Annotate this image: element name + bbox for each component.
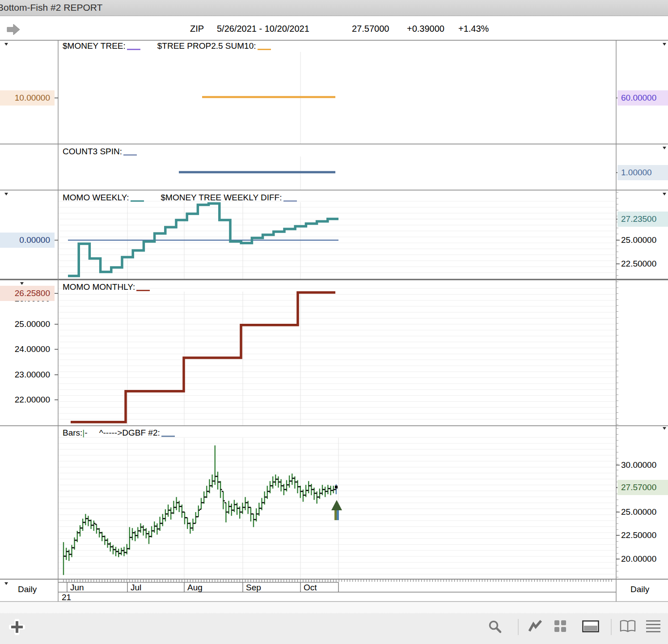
- grid-layout-icon[interactable]: [554, 620, 567, 634]
- dgbf-underscore: [161, 429, 175, 437]
- axis-tick-22-5-bars: 22.50000: [617, 528, 668, 543]
- axis-tick-22-5: 22.50000: [617, 256, 668, 271]
- timeframe-left[interactable]: Daily: [18, 585, 37, 594]
- axis-label-momo-monthly-value: 26.25800: [0, 286, 55, 301]
- quote-last-price: 27.57000: [352, 24, 389, 34]
- bars-label: Bars:: [63, 428, 82, 438]
- indicator-label-momo-monthly: MOMO MONTHLY:: [63, 282, 135, 292]
- indicator-label-count3-spin: COUNT3 SPIN:: [63, 147, 122, 157]
- search-zoom-icon[interactable]: [488, 620, 503, 636]
- indicator-label-momo-weekly: MOMO WEEKLY:: [63, 193, 129, 203]
- pane5-header: Bars: | - ^----->DGBF #2:: [63, 428, 176, 438]
- window-title: Bottom-Fish #2 REPORT: [0, 2, 102, 13]
- axis-label-tree-prop-left: 10.00000: [0, 90, 55, 106]
- axis-tick-23-monthly: 23.00000: [0, 367, 55, 382]
- pane3-left-disclosure-icon[interactable]: [4, 193, 8, 195]
- axis-tick-25: 25.00000: [617, 233, 668, 248]
- indicator-label-dgbf: ^----->DGBF #2:: [99, 428, 160, 438]
- pane3-right-disclosure-icon[interactable]: [663, 193, 666, 195]
- panel-view-icon[interactable]: [582, 620, 599, 634]
- pane2-header: COUNT3 SPIN:: [63, 147, 138, 157]
- pane2-right-disclosure-icon[interactable]: [663, 147, 666, 149]
- axis-tick-22-monthly: 22.00000: [0, 392, 55, 407]
- pane4-left-disclosure-icon[interactable]: [20, 282, 24, 285]
- toolbar-separator: [518, 619, 519, 635]
- weekly-diff-underscore: [283, 194, 297, 202]
- bar-dash: -: [85, 428, 87, 438]
- app-window: Bottom-Fish #2 REPORT ZIP 5/26/2021 - 10…: [0, 0, 668, 644]
- bottom-toolbar: [0, 602, 668, 644]
- menu-icon[interactable]: [646, 620, 661, 634]
- year-label: 21: [62, 593, 71, 602]
- axis-label-weekly-diff-left: 0.00000: [0, 233, 55, 248]
- quote-date-range: 5/26/2021 - 10/20/2021: [217, 24, 309, 34]
- axis-label-money-tree-right: 60.00000: [617, 90, 668, 106]
- quote-percent: +1.43%: [458, 24, 489, 34]
- axis-tick-30: 30.00000: [617, 458, 668, 473]
- money-tree-underscore: [127, 42, 140, 50]
- month-label-jul: Jul: [131, 583, 141, 593]
- axis-label-count3-right: 1.00000: [617, 165, 668, 180]
- tree-prop-underscore: [258, 42, 271, 50]
- month-label-jun: Jun: [70, 583, 84, 593]
- axis-tick-25-monthly: 25.00000: [0, 317, 55, 332]
- axis-tick-24-monthly: 24.00000: [0, 342, 55, 357]
- forward-arrow-icon[interactable]: [6, 23, 21, 38]
- count3-underscore: [123, 148, 137, 156]
- axis-tick-20: 20.00000: [617, 551, 668, 567]
- axis-tick-25-bars: 25.00000: [617, 504, 668, 520]
- indicator-label-weekly-diff: $MONEY TREE WEEKLY DIFF:: [161, 193, 282, 203]
- window-titlebar[interactable]: Bottom-Fish #2 REPORT: [0, 0, 668, 16]
- month-label-aug: Aug: [187, 583, 203, 593]
- indicator-label-tree-prop: $TREE PROP2.5 SUM10:: [157, 41, 256, 51]
- add-button[interactable]: [9, 619, 25, 637]
- pane4-header: MOMO MONTHLY:: [63, 282, 151, 292]
- pane5-right-disclosure-icon[interactable]: [663, 427, 666, 430]
- line-chart-icon[interactable]: [528, 620, 542, 634]
- quote-change: +0.39000: [407, 24, 444, 34]
- pane1-header: $MONEY TREE: $TREE PROP2.5 SUM10:: [63, 41, 272, 51]
- pane1-left-disclosure-icon[interactable]: [4, 43, 8, 46]
- axis-label-last-price: 27.57000: [617, 480, 668, 495]
- timeframe-disclosure-icon[interactable]: [4, 582, 8, 585]
- timeframe-right[interactable]: Daily: [630, 585, 649, 594]
- indicator-label-money-tree: $MONEY TREE:: [63, 41, 126, 51]
- pane1-right-disclosure-icon[interactable]: [663, 43, 666, 46]
- momo-monthly-underscore: [136, 283, 150, 291]
- axis-label-momo-weekly-value: 27.23500: [617, 212, 668, 227]
- month-label-sep: Sep: [246, 583, 261, 593]
- notebook-icon[interactable]: [620, 620, 636, 634]
- pane3-header: MOMO WEEKLY: $MONEY TREE WEEKLY DIFF:: [63, 193, 298, 203]
- month-label-oct: Oct: [304, 583, 317, 593]
- quote-symbol: ZIP: [190, 24, 204, 34]
- momo-weekly-underscore: [131, 194, 144, 202]
- toolbar-separator: [611, 619, 612, 635]
